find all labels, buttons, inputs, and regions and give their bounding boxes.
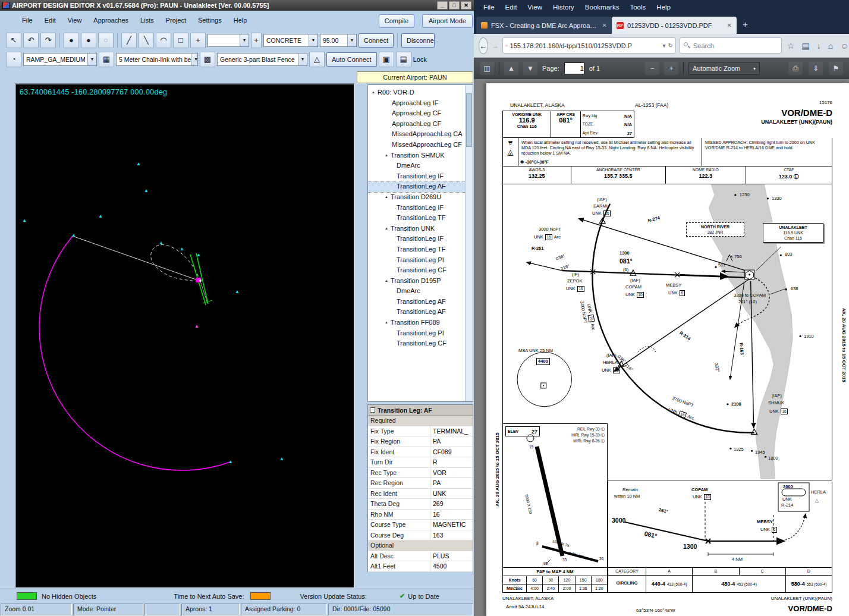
tab-close-icon[interactable]: ✕ bbox=[727, 22, 732, 29]
property-value[interactable]: 4500 bbox=[430, 562, 473, 570]
tree-item[interactable]: ApproachLeg CF bbox=[368, 108, 473, 119]
tree-expand-icon[interactable]: ▲ bbox=[385, 318, 388, 328]
property-row[interactable]: Rho NM16 bbox=[368, 510, 473, 520]
fix-triangle-marker[interactable]: ▲ bbox=[98, 214, 103, 219]
add-node-button[interactable]: + bbox=[190, 33, 206, 48]
fix-triangle-marker[interactable]: ▲ bbox=[144, 188, 149, 193]
ade-menu-approaches[interactable]: Approaches bbox=[89, 15, 133, 25]
blast-fence-combo[interactable]: Generic 3-part Blast Fence▾ bbox=[217, 53, 307, 66]
approach-tree[interactable]: ▲R00: VOR-DApproachLeg IFApproachLeg CFA… bbox=[367, 84, 473, 402]
property-row[interactable]: Theta Deg269 bbox=[368, 499, 473, 510]
property-row[interactable]: Fix IdentCF089 bbox=[368, 447, 473, 458]
tree-scrollbar-thumb[interactable] bbox=[466, 93, 472, 147]
tree-item[interactable]: TransitionLeg IF bbox=[368, 203, 473, 213]
lock-label[interactable]: Lock bbox=[413, 56, 427, 63]
dropdown-caret-icon[interactable]: ▾ bbox=[298, 54, 307, 65]
tree-item[interactable]: TransitionLeg AF bbox=[368, 307, 473, 318]
undo-button[interactable]: ↶ bbox=[23, 33, 39, 48]
ade-menu-lists[interactable]: Lists bbox=[136, 15, 158, 25]
zoom-out-icon[interactable]: − bbox=[645, 62, 659, 75]
tab-close-icon[interactable]: ✕ bbox=[602, 22, 607, 29]
property-row[interactable]: Rec RegionPA bbox=[368, 478, 473, 489]
rows-tool-button[interactable]: ▤ bbox=[396, 52, 411, 67]
ade-menu-file[interactable]: File bbox=[18, 15, 37, 25]
fx-menu-tools[interactable]: Tools bbox=[625, 2, 650, 12]
tree-item[interactable]: TransitionLeg PI bbox=[368, 255, 473, 266]
cell-tool-button[interactable]: ▣ bbox=[379, 52, 394, 67]
property-row[interactable]: Fix RegionPA bbox=[368, 436, 473, 447]
maximize-button[interactable]: □ bbox=[449, 1, 460, 10]
zoom-in-icon[interactable]: + bbox=[664, 62, 678, 75]
sidebar-toggle-icon[interactable]: ◫ bbox=[480, 62, 494, 75]
taxi-path-button[interactable]: ╱ bbox=[121, 33, 137, 48]
blank-combo[interactable]: ▾ bbox=[207, 34, 249, 47]
tree-item[interactable]: ▲R00: VOR-D bbox=[368, 87, 473, 98]
tree-item[interactable]: MissedApproachLeg CA bbox=[368, 129, 473, 140]
airport-mode-button[interactable]: Airport Mode bbox=[422, 14, 473, 28]
circle-tool-mid-button[interactable]: ● bbox=[81, 33, 96, 48]
circle-tool-light-button[interactable]: ○ bbox=[98, 33, 114, 48]
save-icon[interactable]: ⇓ bbox=[809, 62, 823, 75]
dropdown-caret-icon[interactable]: ▾ bbox=[347, 34, 356, 46]
account-icon[interactable]: ☺ bbox=[838, 41, 849, 51]
bookmarks-menu-icon[interactable]: ▤ bbox=[800, 41, 812, 51]
tree-scrollbar[interactable] bbox=[465, 85, 473, 401]
tree-item[interactable]: ApproachLeg CF bbox=[368, 119, 473, 130]
property-value[interactable]: PA bbox=[430, 479, 473, 486]
tree-expand-icon[interactable]: ▲ bbox=[372, 87, 375, 98]
collapse-icon[interactable]: − bbox=[370, 407, 375, 413]
ramp-combo[interactable]: RAMP_GA_MEDIUM▾ bbox=[23, 53, 97, 66]
property-value[interactable]: 163 bbox=[430, 532, 473, 539]
ade-menu-help[interactable]: Help bbox=[229, 15, 251, 25]
fx-menu-help[interactable]: Help bbox=[652, 2, 675, 12]
property-row[interactable]: Course Deg163 bbox=[368, 530, 473, 541]
property-value[interactable]: 16 bbox=[430, 511, 473, 518]
property-value[interactable]: R bbox=[430, 458, 473, 466]
tree-item[interactable]: DmeArc bbox=[368, 161, 473, 171]
fx-menu-edit[interactable]: Edit bbox=[501, 2, 522, 12]
tree-item[interactable]: TransitionLeg TF bbox=[368, 213, 473, 224]
property-row[interactable]: Fix TypeTERMINAL_ bbox=[368, 426, 473, 437]
tree-item[interactable]: DmeArc bbox=[368, 286, 473, 297]
fix-triangle-marker[interactable]: ▲ bbox=[71, 233, 76, 238]
property-row[interactable]: Rec TypeVOR bbox=[368, 468, 473, 479]
fence-combo[interactable]: 5 Meter Chain-link with be▾ bbox=[116, 53, 198, 66]
fix-triangle-marker[interactable]: ▲ bbox=[194, 324, 199, 329]
tree-expand-icon[interactable]: ▲ bbox=[385, 224, 388, 234]
fx-menu-history[interactable]: History bbox=[548, 2, 579, 12]
search-bar[interactable] bbox=[680, 37, 782, 54]
properties-header[interactable]: − Transition Leg: AF bbox=[368, 405, 473, 416]
disconnect-button[interactable]: Disconne bbox=[401, 33, 435, 48]
tree-expand-icon[interactable]: ▲ bbox=[385, 276, 388, 286]
fix-triangle-marker[interactable]: ▲ bbox=[196, 253, 201, 257]
reload-icon[interactable]: ↻ bbox=[668, 42, 673, 49]
dropdown-caret-icon[interactable]: ▾ bbox=[309, 34, 317, 46]
tree-item[interactable]: TransitionLeg IF bbox=[368, 171, 473, 182]
property-value[interactable]: CF089 bbox=[430, 448, 473, 455]
heading-combo[interactable]: 95.00▾ bbox=[320, 34, 357, 47]
dropdown-caret-icon[interactable]: ▾ bbox=[87, 54, 96, 65]
fix-triangle-marker[interactable]: ▲ bbox=[228, 460, 233, 464]
url-dropdown-icon[interactable]: ▾ bbox=[663, 42, 666, 49]
next-page-icon[interactable]: ▼ bbox=[523, 62, 537, 75]
compile-button[interactable]: Compile bbox=[379, 14, 414, 28]
fix-triangle-marker[interactable]: ▲ bbox=[279, 457, 284, 461]
polygon-tool-button[interactable]: △ bbox=[309, 52, 325, 67]
connect-button[interactable]: Connect bbox=[359, 33, 394, 48]
property-value[interactable]: TERMINAL_ bbox=[430, 428, 473, 435]
fix-triangle-marker[interactable]: ▲ bbox=[180, 247, 184, 252]
tree-expand-icon[interactable]: ▲ bbox=[385, 150, 388, 161]
ade-menu-edit[interactable]: Edit bbox=[40, 15, 60, 25]
previous-page-icon[interactable]: ▲ bbox=[504, 62, 518, 75]
fix-triangle-marker[interactable]: ▲ bbox=[235, 290, 240, 294]
texture-icon[interactable]: ▩ bbox=[200, 52, 215, 67]
tree-item[interactable]: TransitionLeg PI bbox=[368, 328, 473, 339]
fx-menu-bookmarks[interactable]: Bookmarks bbox=[580, 2, 624, 12]
home-icon[interactable]: ⌂ bbox=[826, 41, 835, 51]
add-button[interactable]: + bbox=[251, 33, 262, 48]
close-button[interactable]: ✕ bbox=[461, 1, 471, 10]
page-number-input[interactable] bbox=[564, 62, 584, 74]
tree-item[interactable]: ▲Transition SHMUK bbox=[368, 150, 473, 161]
property-value[interactable]: 269 bbox=[430, 500, 473, 507]
dropdown-caret-icon[interactable]: ▾ bbox=[191, 54, 198, 65]
